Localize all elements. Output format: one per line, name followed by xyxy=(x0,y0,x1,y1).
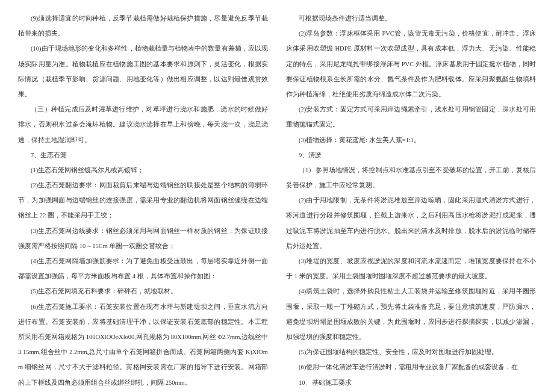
right-item-9-3: (3)堆堤的宽度、坡度应视淤泥的深度和河流水流速而定，堆顶宽度要保持在不小于 1… xyxy=(286,254,536,284)
right-item-2-install: (2)安装方式：固定方式可采用岸边绳索牵引，浅水处可用钢管固定，深水处可用重物抛… xyxy=(286,102,536,132)
right-item-3-plants: (3)植物选择：黄花鸢尾: 水生美人蕉=1:1。 xyxy=(286,132,536,148)
right-item-9-6: (6)使用一体化清淤车进行清淤时，需租用专业设备厂家配备的成套设备，在 xyxy=(286,359,536,375)
left-item-6: (6)生态石笼施工要求：石笼安装位置在现有水坪与新建堤坝之间，垂直水流方向进行布… xyxy=(18,299,268,390)
left-item-5: (5)生态石笼网填充石料要求：碎砰石，就地取材。 xyxy=(18,284,268,299)
section-10-title: 10、基础施工要求 xyxy=(286,375,536,390)
left-para-section3: （三）种植完成后及时灌草进行维护，对草坪进行浇水和施肥，浇水的时候做好排水，否则… xyxy=(18,102,268,148)
right-item-2-params: (2)浮岛参数：浮床框体采用 PVC管，该管无毒无污染，价格便宜，耐冲击。浮床床… xyxy=(286,26,536,102)
left-para-10: (10)由于现场地形的变化和多样性，植物栽植量与植物表中的数量有差额，应以现场实… xyxy=(18,41,268,102)
section-7-title: 7、生态石笼 xyxy=(18,148,268,163)
right-item-9-1: （1）参照场地情况，将控制点和水准基点引至不受破坏的位置，开工前，复核后妥善保护… xyxy=(286,163,536,193)
right-para-adjust: 可根据现场条件进行适当调整。 xyxy=(286,11,536,26)
left-item-3: (3)生态石笼网边线要求：钢丝必须采用与网面钢丝一样材质的钢丝，为保证联接强度需… xyxy=(18,223,268,254)
section-9-title: 9、清淤 xyxy=(286,148,536,163)
right-item-9-5: (5)为保证围堰结构的稳定性、安全性，应及时对围堰进行加固处理。 xyxy=(286,344,536,359)
right-item-9-4: (4)填筑土袋时，选择外购良性粘土人工装袋并运输至修筑围堰附近，采用半圈形围堰，… xyxy=(286,284,536,344)
left-para-9: (9)须选择适宜的时间种植，反季节栽植需做好栽植保护措施，尽量避免反季节栽植带来… xyxy=(18,11,268,41)
left-item-1: (1)生态石笼网钢丝镀高尔凡或高镀锌； xyxy=(18,163,268,178)
left-item-4: (4)生态石笼网隔墙加强筋要求：为了避免面板受压鼓出，每层堵实靠近外侧一面都需设… xyxy=(18,254,268,284)
left-item-2: (2)生态石笼翻边要求：网面裁剪后末端与边端钢丝的联接处是整个结构的薄弱环节，为… xyxy=(18,178,268,223)
right-item-9-2: (2)由于用地限制，无条件将淤泥堆放至岸边晾晒，固此采用湿式清淤方式进行，将河道… xyxy=(286,193,536,254)
